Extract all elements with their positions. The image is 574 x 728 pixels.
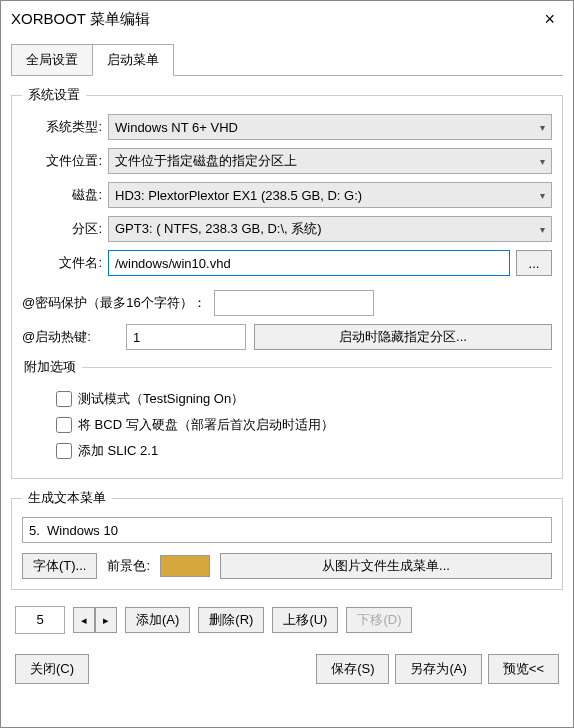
move-up-button[interactable]: 上移(U): [272, 607, 338, 633]
entry-index: 5: [15, 606, 65, 634]
label-disk: 磁盘:: [22, 186, 102, 204]
dialog-window: XORBOOT 菜单编辑 × 全局设置 启动菜单 系统设置 系统类型: Wind…: [0, 0, 574, 728]
close-button[interactable]: 关闭(C): [15, 654, 89, 684]
preview-button[interactable]: 预览<<: [488, 654, 559, 684]
move-down-button[interactable]: 下移(D): [346, 607, 412, 633]
group-text-menu: 生成文本菜单 字体(T)... 前景色: 从图片文件生成菜单...: [11, 489, 563, 590]
add-button[interactable]: 添加(A): [125, 607, 190, 633]
dropdown-partition[interactable]: GPT3: ( NTFS, 238.3 GB, D:\, 系统) ▾: [108, 216, 552, 242]
window-title: XORBOOT 菜单编辑: [11, 10, 150, 29]
label-partition: 分区:: [22, 220, 102, 238]
dropdown-disk[interactable]: HD3: PlextorPlextor EX1 (238.5 GB, D: G:…: [108, 182, 552, 208]
checkbox-add-slic[interactable]: [56, 443, 72, 459]
next-entry-button[interactable]: ▸: [95, 607, 117, 633]
close-icon[interactable]: ×: [536, 9, 563, 30]
content-area: 全局设置 启动菜单 系统设置 系统类型: Windows NT 6+ VHD ▾…: [1, 38, 573, 727]
label-add-slic[interactable]: 添加 SLIC 2.1: [78, 442, 158, 460]
label-system-type: 系统类型:: [22, 118, 102, 136]
dropdown-disk-value: HD3: PlextorPlextor EX1 (238.5 GB, D: G:…: [115, 188, 362, 203]
label-test-mode[interactable]: 测试模式（TestSigning On）: [78, 390, 244, 408]
titlebar: XORBOOT 菜单编辑 ×: [1, 1, 573, 38]
tab-global-settings[interactable]: 全局设置: [11, 44, 93, 75]
legend-text-menu: 生成文本菜单: [22, 489, 112, 507]
entry-nav-row: 5 ◂ ▸ 添加(A) 删除(R) 上移(U) 下移(D): [11, 606, 563, 634]
legend-additional-options: 附加选项: [18, 358, 82, 376]
dropdown-system-type[interactable]: Windows NT 6+ VHD ▾: [108, 114, 552, 140]
dropdown-partition-value: GPT3: ( NTFS, 238.3 GB, D:\, 系统): [115, 220, 322, 238]
label-file-location: 文件位置:: [22, 152, 102, 170]
color-swatch-fg[interactable]: [160, 555, 210, 577]
label-write-bcd[interactable]: 将 BCD 写入硬盘（部署后首次启动时适用）: [78, 416, 334, 434]
label-hotkey: @启动热键:: [22, 328, 118, 346]
tab-bar: 全局设置 启动菜单: [11, 44, 563, 76]
chevron-down-icon: ▾: [540, 156, 545, 167]
group-system-settings: 系统设置 系统类型: Windows NT 6+ VHD ▾ 文件位置: 文件位…: [11, 86, 563, 479]
tab-boot-menu[interactable]: 启动菜单: [92, 44, 174, 76]
input-hotkey[interactable]: [126, 324, 246, 350]
font-button[interactable]: 字体(T)...: [22, 553, 97, 579]
delete-button[interactable]: 删除(R): [198, 607, 264, 633]
checkbox-test-mode[interactable]: [56, 391, 72, 407]
label-password: @密码保护（最多16个字符）：: [22, 294, 206, 312]
footer-row: 关闭(C) 保存(S) 另存为(A) 预览<<: [11, 646, 563, 692]
checkbox-write-bcd[interactable]: [56, 417, 72, 433]
label-fg-color: 前景色:: [107, 557, 150, 575]
generate-from-image-button[interactable]: 从图片文件生成菜单...: [220, 553, 552, 579]
legend-system-settings: 系统设置: [22, 86, 86, 104]
chevron-down-icon: ▾: [540, 122, 545, 133]
input-password[interactable]: [214, 290, 374, 316]
group-additional-options: 附加选项 测试模式（TestSigning On） 将 BCD 写入硬盘（部署后…: [22, 358, 552, 468]
browse-button[interactable]: ...: [516, 250, 552, 276]
hide-partition-button[interactable]: 启动时隐藏指定分区...: [254, 324, 552, 350]
dropdown-file-location[interactable]: 文件位于指定磁盘的指定分区上 ▾: [108, 148, 552, 174]
prev-entry-button[interactable]: ◂: [73, 607, 95, 633]
chevron-down-icon: ▾: [540, 190, 545, 201]
input-filename[interactable]: [108, 250, 510, 276]
dropdown-system-type-value: Windows NT 6+ VHD: [115, 120, 238, 135]
input-menu-entry[interactable]: [22, 517, 552, 543]
dropdown-file-location-value: 文件位于指定磁盘的指定分区上: [115, 152, 297, 170]
label-filename: 文件名:: [22, 254, 102, 272]
chevron-down-icon: ▾: [540, 224, 545, 235]
save-button[interactable]: 保存(S): [316, 654, 389, 684]
save-as-button[interactable]: 另存为(A): [395, 654, 481, 684]
